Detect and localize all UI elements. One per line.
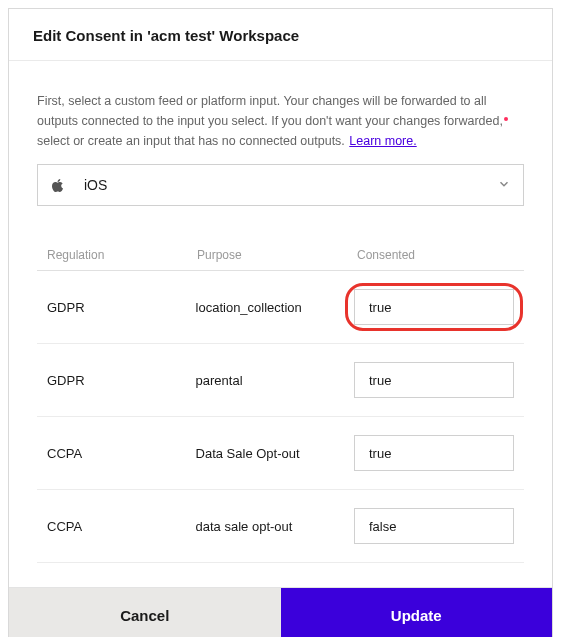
col-header-purpose: Purpose: [197, 248, 357, 262]
table-row: GDPR location_collection: [37, 271, 524, 344]
cancel-button[interactable]: Cancel: [9, 588, 281, 637]
cell-purpose: Data Sale Opt-out: [196, 446, 354, 461]
modal-body: First, select a custom feed or platform …: [9, 61, 552, 587]
cell-regulation: GDPR: [47, 373, 196, 388]
table-row: GDPR parental: [37, 344, 524, 417]
platform-select-value: iOS: [84, 177, 497, 193]
apple-icon: [50, 177, 64, 193]
consent-input[interactable]: [354, 289, 514, 325]
modal-footer: Cancel Update: [9, 587, 552, 637]
update-button[interactable]: Update: [281, 588, 553, 637]
cell-regulation: CCPA: [47, 519, 196, 534]
cell-consented: [354, 508, 514, 544]
col-header-regulation: Regulation: [47, 248, 197, 262]
consent-table: Regulation Purpose Consented GDPR locati…: [37, 240, 524, 563]
cell-purpose: parental: [196, 373, 354, 388]
consent-input[interactable]: [354, 362, 514, 398]
table-row: CCPA data sale opt-out: [37, 490, 524, 563]
consent-input[interactable]: [354, 435, 514, 471]
cell-regulation: GDPR: [47, 300, 196, 315]
modal-title: Edit Consent in 'acm test' Workspace: [33, 27, 528, 44]
table-header: Regulation Purpose Consented: [37, 240, 524, 271]
cell-consented: [354, 362, 514, 398]
cell-purpose: location_collection: [196, 300, 354, 315]
col-header-consented: Consented: [357, 248, 514, 262]
instruction-text: First, select a custom feed or platform …: [37, 94, 503, 148]
edit-consent-modal: Edit Consent in 'acm test' Workspace Fir…: [8, 8, 553, 637]
platform-select-row: iOS: [37, 164, 524, 206]
chevron-down-icon: [497, 177, 511, 194]
cell-consented: [354, 435, 514, 471]
platform-select[interactable]: iOS: [37, 164, 524, 206]
table-row: CCPA Data Sale Opt-out: [37, 417, 524, 490]
cell-purpose: data sale opt-out: [196, 519, 354, 534]
learn-more-link[interactable]: Learn more.: [349, 134, 416, 148]
cell-consented: [354, 289, 514, 325]
consent-input[interactable]: [354, 508, 514, 544]
indicator-dot: [504, 117, 508, 121]
cell-regulation: CCPA: [47, 446, 196, 461]
modal-header: Edit Consent in 'acm test' Workspace: [9, 9, 552, 61]
